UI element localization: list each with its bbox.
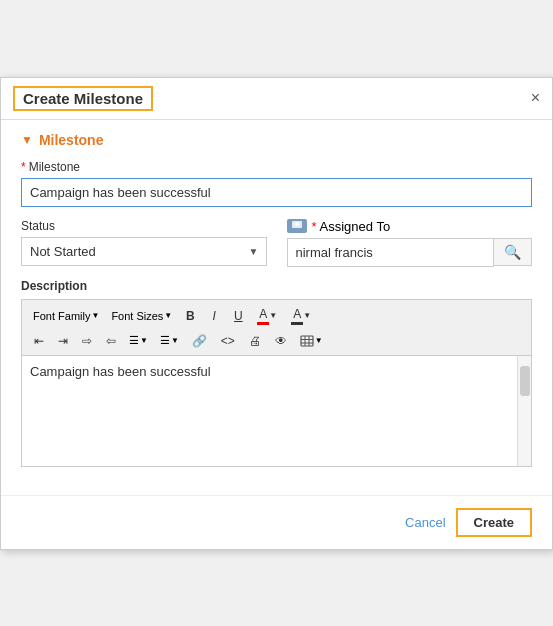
toolbar-row-2: ⇤ ⇥ ⇨ ⇦ ☰ ▼ ☰ ▼ 🔗 <> bbox=[28, 331, 525, 351]
list-ol-button[interactable]: ☰ ▼ bbox=[124, 331, 153, 350]
svg-rect-2 bbox=[301, 336, 313, 346]
table-button[interactable]: ▼ bbox=[295, 331, 328, 350]
font-color-caret: ▼ bbox=[269, 311, 277, 320]
assigned-input[interactable] bbox=[287, 238, 495, 267]
font-sizes-label: Font Sizes bbox=[111, 310, 163, 322]
font-color-bar bbox=[257, 322, 269, 325]
status-assigned-row: Status Not Started In Progress Completed… bbox=[21, 219, 532, 267]
assigned-input-row: 🔍 bbox=[287, 238, 533, 267]
bold-button[interactable]: B bbox=[179, 306, 201, 326]
dialog-header: Create Milestone × bbox=[1, 78, 552, 120]
dialog-title: Create Milestone bbox=[13, 86, 153, 111]
align-right-button[interactable]: ⇨ bbox=[76, 331, 98, 351]
font-family-dropdown[interactable]: Font Family ▼ bbox=[28, 307, 104, 325]
preview-button[interactable]: 👁 bbox=[269, 331, 293, 351]
table-icon bbox=[300, 334, 314, 347]
assigned-label: Assigned To bbox=[320, 219, 391, 234]
cancel-button[interactable]: Cancel bbox=[405, 515, 445, 530]
close-button[interactable]: × bbox=[531, 90, 540, 106]
create-button[interactable]: Create bbox=[456, 508, 532, 537]
font-family-label: Font Family bbox=[33, 310, 90, 322]
align-justify-button[interactable]: ⇦ bbox=[100, 331, 122, 351]
assigned-person-icon bbox=[287, 219, 307, 233]
font-sizes-dropdown[interactable]: Font Sizes ▼ bbox=[106, 307, 177, 325]
milestone-required-star: * bbox=[21, 160, 26, 174]
editor-toolbar: Font Family ▼ Font Sizes ▼ B I U bbox=[22, 300, 531, 356]
status-select-wrapper: Not Started In Progress Completed ▼ bbox=[21, 237, 267, 266]
highlight-icon: A bbox=[291, 307, 303, 325]
list-indent-button[interactable]: ☰ ▼ bbox=[155, 331, 184, 350]
dialog-body: ▼ Milestone *Milestone Status Not Starte… bbox=[1, 120, 552, 479]
assigned-search-button[interactable]: 🔍 bbox=[494, 238, 532, 266]
description-field-container: Description Font Family ▼ Font Sizes ▼ bbox=[21, 279, 532, 467]
list-indent-icon: ☰ bbox=[160, 334, 170, 347]
milestone-field-container: *Milestone bbox=[21, 160, 532, 207]
assigned-field-container: * Assigned To 🔍 bbox=[287, 219, 533, 267]
milestone-input[interactable] bbox=[21, 178, 532, 207]
scrollbar-thumb[interactable] bbox=[520, 366, 530, 396]
underline-button[interactable]: U bbox=[227, 306, 249, 326]
highlight-caret: ▼ bbox=[303, 311, 311, 320]
font-sizes-caret: ▼ bbox=[164, 311, 172, 320]
status-label: Status bbox=[21, 219, 267, 233]
editor-container: Font Family ▼ Font Sizes ▼ B I U bbox=[21, 299, 532, 467]
section-title: Milestone bbox=[39, 132, 104, 148]
link-button[interactable]: 🔗 bbox=[186, 331, 213, 351]
highlight-button[interactable]: A ▼ bbox=[285, 304, 317, 328]
list-ol-icon: ☰ bbox=[129, 334, 139, 347]
editor-text: Campaign has been successful bbox=[30, 364, 211, 379]
status-field-container: Status Not Started In Progress Completed… bbox=[21, 219, 267, 267]
align-left-button[interactable]: ⇤ bbox=[28, 331, 50, 351]
description-label: Description bbox=[21, 279, 532, 293]
dialog-footer: Cancel Create bbox=[1, 495, 552, 549]
italic-button[interactable]: I bbox=[203, 306, 225, 326]
section-collapse-arrow[interactable]: ▼ bbox=[21, 133, 33, 147]
align-center-button[interactable]: ⇥ bbox=[52, 331, 74, 351]
editor-scrollbar[interactable] bbox=[517, 356, 531, 466]
font-color-icon: A bbox=[257, 307, 269, 325]
print-button[interactable]: 🖨 bbox=[243, 331, 267, 351]
table-caret: ▼ bbox=[315, 336, 323, 345]
milestone-label: *Milestone bbox=[21, 160, 532, 174]
font-color-button[interactable]: A ▼ bbox=[251, 304, 283, 328]
list-ol-caret: ▼ bbox=[140, 336, 148, 345]
list-indent-caret: ▼ bbox=[171, 336, 179, 345]
create-milestone-dialog: Create Milestone × ▼ Milestone *Mileston… bbox=[0, 77, 553, 550]
font-family-caret: ▼ bbox=[91, 311, 99, 320]
assigned-required-star: * bbox=[312, 219, 317, 234]
section-header: ▼ Milestone bbox=[21, 132, 532, 148]
svg-point-1 bbox=[295, 222, 299, 226]
editor-content[interactable]: Campaign has been successful bbox=[22, 356, 517, 466]
highlight-bar bbox=[291, 322, 303, 325]
toolbar-row-1: Font Family ▼ Font Sizes ▼ B I U bbox=[28, 304, 525, 328]
editor-area: Campaign has been successful bbox=[22, 356, 531, 466]
code-button[interactable]: <> bbox=[215, 331, 241, 351]
assigned-label-row: * Assigned To bbox=[287, 219, 533, 234]
status-select[interactable]: Not Started In Progress Completed bbox=[21, 237, 267, 266]
